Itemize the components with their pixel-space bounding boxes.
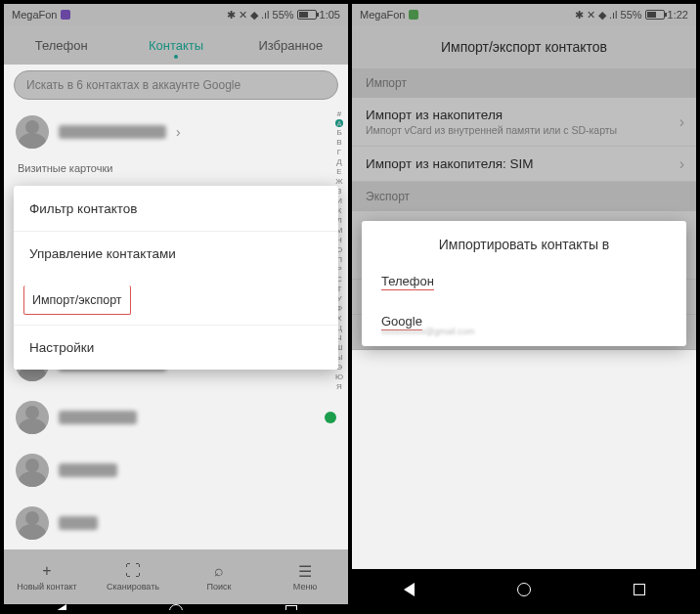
carrier-label: MegaFon xyxy=(12,9,57,21)
index-active: А xyxy=(335,119,343,127)
avatar xyxy=(16,115,49,149)
vibrate-icon: ✕ xyxy=(239,9,247,22)
page-title: Импорт/экспорт контактов xyxy=(352,25,696,68)
row-import-storage[interactable]: Импорт из накопителя Импорт vCard из вну… xyxy=(352,98,696,147)
signal-icon: .ıl xyxy=(609,9,618,21)
bottom-toolbar: +Новый контакт ⛶Сканировать ⌕Поиск ☰Меню xyxy=(4,549,348,604)
sim-icon xyxy=(61,10,70,20)
menu-settings[interactable]: Настройки xyxy=(14,325,338,370)
status-bar: MegaFon ✱ ✕ ◆ .ıl 55% 1:22 xyxy=(352,4,696,25)
scan-icon: ⛶ xyxy=(124,562,142,580)
avatar xyxy=(16,401,49,434)
left-screenshot: MegaFon ✱ ✕ ◆ .ıl 55% 1:05 Телефон Конта… xyxy=(4,4,348,610)
clock: 1:05 xyxy=(320,9,340,21)
tab-contacts[interactable]: Контакты xyxy=(118,38,233,53)
chevron-right-icon: › xyxy=(679,155,684,173)
signal-icon: .ıl xyxy=(261,9,270,21)
list-item xyxy=(4,444,348,497)
android-navbar xyxy=(352,569,696,610)
import-target-dialog: Импортировать контакты в Телефон Google … xyxy=(362,221,686,346)
row-import-sim[interactable]: Импорт из накопителя: SIM › xyxy=(352,147,696,182)
bluetooth-icon: ✱ xyxy=(227,9,236,22)
new-contact-button[interactable]: +Новый контакт xyxy=(4,549,90,604)
section-export: Экспорт xyxy=(352,182,696,211)
list-item xyxy=(4,497,348,549)
android-navbar xyxy=(4,604,348,610)
nav-home-icon[interactable] xyxy=(517,583,531,596)
nav-back-icon[interactable] xyxy=(56,604,66,610)
chevron-right-icon: › xyxy=(679,113,684,131)
avatar xyxy=(16,506,49,540)
status-bar: MegaFon ✱ ✕ ◆ .ıl 55% 1:05 xyxy=(4,4,348,25)
chevron-right-icon: › xyxy=(176,124,181,140)
nav-recent-icon[interactable] xyxy=(634,584,645,595)
right-screenshot: MegaFon ✱ ✕ ◆ .ıl 55% 1:22 Импорт/экспор… xyxy=(352,4,696,610)
section-header: Визитные карточки xyxy=(4,158,348,180)
clock: 1:22 xyxy=(668,9,688,21)
search-input[interactable]: Искать в 6 контактах в аккаунте Google xyxy=(14,70,338,100)
battery-icon xyxy=(645,10,665,20)
tab-phone[interactable]: Телефон xyxy=(4,38,118,53)
dialog-option-phone[interactable]: Телефон xyxy=(362,262,686,302)
wifi-icon: ◆ xyxy=(250,9,258,22)
search-button[interactable]: ⌕Поиск xyxy=(176,549,262,604)
wifi-icon: ◆ xyxy=(598,9,606,22)
menu-button[interactable]: ☰Меню xyxy=(262,549,348,604)
vibrate-icon: ✕ xyxy=(587,9,595,22)
carrier-label: MegaFon xyxy=(360,9,405,21)
status-icons: ✱ ✕ ◆ .ıl 55% 1:22 xyxy=(575,9,688,22)
menu-filter-contacts[interactable]: Фильтр контактов xyxy=(14,186,338,231)
google-account-sub: xxxxxxxxxx@gmail.com xyxy=(381,327,686,346)
nav-home-icon[interactable] xyxy=(169,604,183,610)
battery-pct: 55% xyxy=(273,9,294,21)
top-tabs: Телефон Контакты Избранное xyxy=(4,25,348,65)
battery-pct: 55% xyxy=(621,9,642,21)
status-icons: ✱ ✕ ◆ .ıl 55% 1:05 xyxy=(227,9,340,22)
tab-favorites[interactable]: Избранное xyxy=(234,38,348,53)
scan-button[interactable]: ⛶Сканировать xyxy=(90,549,176,604)
nav-recent-icon[interactable] xyxy=(285,605,297,610)
plus-icon: + xyxy=(38,562,56,580)
sim-icon xyxy=(409,10,418,20)
battery-icon xyxy=(297,10,317,20)
dialog-title: Импортировать контакты в xyxy=(362,221,686,262)
avatar xyxy=(16,454,49,487)
menu-icon: ☰ xyxy=(296,562,314,580)
bluetooth-icon: ✱ xyxy=(575,9,584,22)
menu-manage-contacts[interactable]: Управление контактами xyxy=(14,231,338,276)
search-icon: ⌕ xyxy=(210,562,228,580)
list-item: › xyxy=(4,106,348,158)
list-item xyxy=(4,391,348,444)
context-menu: Фильтр контактов Управление контактами И… xyxy=(14,186,338,370)
nav-back-icon[interactable] xyxy=(404,583,415,596)
section-import: Импорт xyxy=(352,68,696,98)
menu-import-export[interactable]: Импорт/экспорт xyxy=(23,285,131,315)
